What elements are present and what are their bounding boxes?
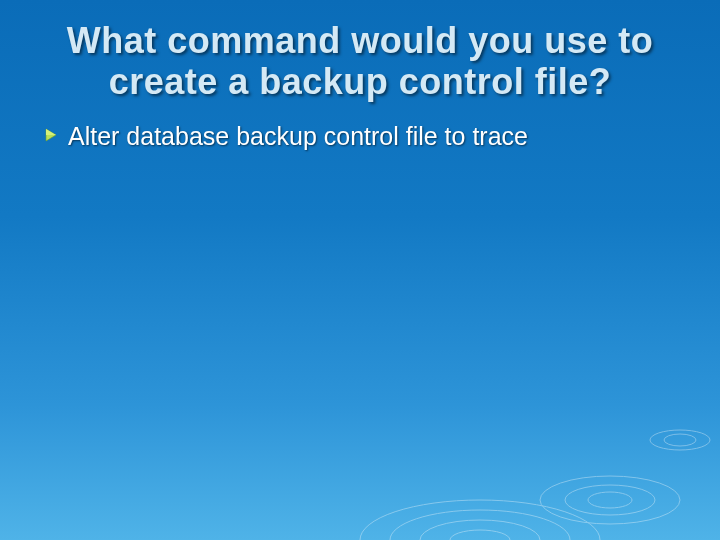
svg-point-5 xyxy=(565,485,655,515)
slide: What command would you use to create a b… xyxy=(0,0,720,540)
svg-point-1 xyxy=(390,510,570,540)
svg-point-0 xyxy=(360,500,600,540)
slide-title: What command would you use to create a b… xyxy=(40,20,680,103)
svg-point-6 xyxy=(588,492,632,508)
bullet-item: Alter database backup control file to tr… xyxy=(40,121,680,151)
svg-point-2 xyxy=(420,520,540,540)
ripple-decoration xyxy=(240,340,720,540)
svg-point-4 xyxy=(540,476,680,524)
bullet-text: Alter database backup control file to tr… xyxy=(68,121,528,151)
svg-point-3 xyxy=(450,530,510,540)
svg-point-7 xyxy=(650,430,710,450)
svg-point-8 xyxy=(664,434,696,446)
chevron-right-icon xyxy=(44,127,60,147)
